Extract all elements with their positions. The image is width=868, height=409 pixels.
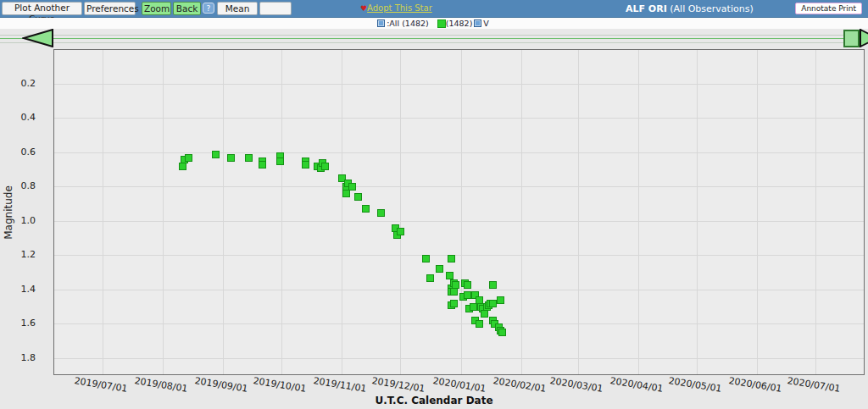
slider-handle[interactable]	[843, 30, 860, 47]
data-point[interactable]	[452, 281, 459, 289]
y-tick-label: 0.4	[0, 112, 36, 123]
x-tick-label: 2020/07/01	[779, 374, 848, 395]
data-point[interactable]	[227, 154, 235, 162]
data-point[interactable]	[185, 154, 192, 162]
slider-left-arrow-icon[interactable]	[22, 29, 54, 47]
data-point[interactable]	[342, 190, 350, 197]
data-point[interactable]	[354, 193, 362, 201]
legend: :All (1482) (1482) V	[0, 18, 868, 29]
data-point[interactable]	[498, 329, 506, 336]
data-point[interactable]	[362, 205, 370, 213]
data-point[interactable]	[276, 158, 284, 165]
slider-right-arrow-icon[interactable]	[859, 29, 868, 47]
v-band-label: V	[483, 19, 489, 28]
x-tick-label: 2019/07/01	[66, 374, 135, 395]
plot-border	[53, 49, 865, 375]
lcg-plotter: Plot Another CurvePreferencesZoomBack?Me…	[0, 0, 868, 409]
x-tick-label: 2020/01/01	[425, 374, 493, 395]
annotate-print-button[interactable]: Annotate Print	[795, 3, 862, 14]
data-point[interactable]	[481, 310, 488, 318]
x-tick-label: 2019/08/01	[126, 374, 195, 395]
toolbar-button-mean[interactable]: Mean	[217, 2, 258, 15]
data-point[interactable]	[464, 281, 471, 289]
data-point[interactable]	[397, 228, 404, 235]
data-point[interactable]	[464, 291, 471, 299]
toolbar-button-help[interactable]: ?	[203, 3, 214, 14]
y-tick-label: 1.0	[0, 215, 36, 226]
data-point[interactable]	[426, 274, 434, 282]
y-tick-label: 1.4	[0, 284, 36, 295]
data-point[interactable]	[450, 300, 458, 307]
toolbar-button-blank[interactable]	[259, 2, 292, 15]
toolbar-button-plot-another-curve[interactable]: Plot Another Curve	[2, 2, 82, 15]
x-tick-label: 2019/12/01	[364, 374, 432, 395]
star-name: ALF ORI	[626, 3, 667, 14]
all-series-checkbox[interactable]	[377, 19, 385, 27]
data-point[interactable]	[245, 154, 253, 162]
y-tick-label: 0.2	[0, 78, 36, 89]
data-point[interactable]	[422, 255, 430, 263]
heart-icon: ♥	[360, 4, 367, 13]
y-tick-label: 1.8	[0, 352, 36, 363]
data-point[interactable]	[489, 300, 497, 307]
time-range-slider	[0, 29, 868, 49]
toolbar-button-zoom[interactable]: Zoom	[142, 2, 171, 15]
data-point[interactable]	[450, 288, 458, 296]
star-title: ALF ORI (All Observations)	[626, 3, 754, 14]
y-tick-label: 1.2	[0, 249, 36, 260]
data-point[interactable]	[448, 255, 455, 263]
data-point[interactable]	[436, 265, 443, 273]
data-point[interactable]	[377, 209, 385, 217]
data-point[interactable]	[476, 320, 483, 328]
v-band-count-label: (1482)	[446, 19, 473, 28]
data-point[interactable]	[470, 303, 477, 311]
toolbar-button-preferences[interactable]: Preferences	[84, 2, 136, 15]
data-point[interactable]	[348, 183, 356, 191]
v-band-checkbox[interactable]	[474, 19, 481, 27]
toolbar-button-back[interactable]: Back	[173, 2, 201, 15]
x-tick-label: 2019/10/01	[245, 374, 314, 395]
y-tick-label: 1.6	[0, 318, 36, 329]
slider-track-line	[0, 38, 868, 39]
toolbar: Plot Another CurvePreferencesZoomBack?Me…	[0, 0, 868, 18]
data-point[interactable]	[446, 272, 453, 279]
data-point[interactable]	[489, 281, 497, 289]
adopt-this-star-label: Adopt This Star	[367, 3, 432, 13]
y-tick-label: 0.6	[0, 146, 36, 158]
data-point[interactable]	[302, 161, 309, 169]
x-axis-title: U.T.C. Calendar Date	[324, 395, 544, 406]
data-point[interactable]	[321, 163, 329, 170]
y-tick-label: 0.8	[0, 180, 36, 191]
star-suffix: (All Observations)	[667, 3, 754, 14]
slider-track[interactable]	[0, 35, 868, 43]
data-point[interactable]	[259, 161, 266, 169]
all-series-label: :All (1482)	[387, 19, 429, 28]
data-point[interactable]	[497, 296, 504, 304]
v-band-swatch	[437, 19, 446, 28]
adopt-this-star-link[interactable]: ♥Adopt This Star	[360, 3, 432, 13]
data-point[interactable]	[212, 151, 220, 158]
data-point[interactable]	[179, 163, 186, 170]
x-tick-label: 2020/05/01	[660, 374, 729, 395]
